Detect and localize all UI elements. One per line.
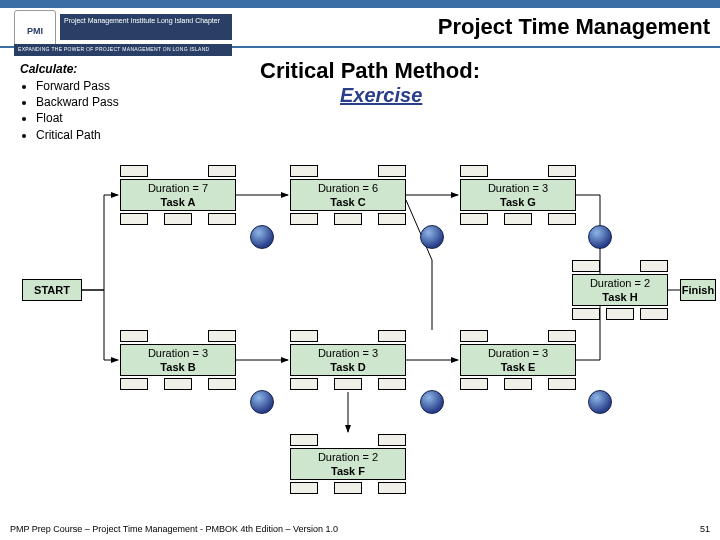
footer: PMP Prep Course – Project Time Managemen…	[10, 524, 710, 534]
slot-float	[334, 213, 362, 225]
duration-value: 3	[202, 347, 208, 359]
task-label: Task H	[602, 291, 637, 303]
duration-value: 3	[542, 182, 548, 194]
slot-lf	[208, 378, 236, 390]
slot-es	[572, 260, 600, 272]
connector-icon	[588, 225, 612, 249]
task-label: Task D	[330, 361, 365, 373]
slot-ls	[460, 378, 488, 390]
slot-ef	[208, 330, 236, 342]
slot-lf	[640, 308, 668, 320]
task-c: Duration = 6 Task C	[290, 165, 406, 225]
slot-ef	[378, 330, 406, 342]
slot-lf	[378, 378, 406, 390]
slot-ls	[120, 378, 148, 390]
slot-ls	[290, 482, 318, 494]
duration-prefix: Duration =	[488, 182, 542, 194]
slot-es	[120, 330, 148, 342]
task-g: Duration = 3 Task G	[460, 165, 576, 225]
network-diagram: START Duration = 7 Task A Duration = 6 T…	[0, 0, 720, 540]
finish-node: Finish	[680, 279, 716, 301]
duration-prefix: Duration =	[148, 182, 202, 194]
slot-ls	[120, 213, 148, 225]
duration-value: 7	[202, 182, 208, 194]
slot-lf	[378, 213, 406, 225]
duration-value: 3	[542, 347, 548, 359]
slot-ls	[572, 308, 600, 320]
slot-ef	[208, 165, 236, 177]
connector-icon	[250, 225, 274, 249]
connector-icon	[420, 225, 444, 249]
task-label: Task A	[161, 196, 196, 208]
connector-icon	[250, 390, 274, 414]
slot-lf	[548, 213, 576, 225]
slot-lf	[548, 378, 576, 390]
page-number: 51	[700, 524, 710, 534]
task-label: Task E	[501, 361, 536, 373]
task-e: Duration = 3 Task E	[460, 330, 576, 390]
duration-prefix: Duration =	[318, 347, 372, 359]
slot-float	[334, 482, 362, 494]
slot-float	[606, 308, 634, 320]
task-d: Duration = 3 Task D	[290, 330, 406, 390]
task-label: Task F	[331, 465, 365, 477]
duration-value: 3	[372, 347, 378, 359]
slot-ls	[290, 213, 318, 225]
slot-es	[290, 165, 318, 177]
slot-lf	[208, 213, 236, 225]
duration-value: 2	[372, 451, 378, 463]
task-label: Task G	[500, 196, 536, 208]
task-f: Duration = 2 Task F	[290, 434, 406, 494]
slot-ls	[290, 378, 318, 390]
task-h: Duration = 2 Task H	[572, 260, 668, 320]
slot-ef	[548, 165, 576, 177]
slot-es	[290, 330, 318, 342]
slot-float	[164, 213, 192, 225]
slot-es	[460, 330, 488, 342]
slot-es	[460, 165, 488, 177]
slot-ef	[548, 330, 576, 342]
footer-text: PMP Prep Course – Project Time Managemen…	[10, 524, 338, 534]
duration-value: 2	[644, 277, 650, 289]
slot-ls	[460, 213, 488, 225]
duration-prefix: Duration =	[488, 347, 542, 359]
slot-float	[504, 213, 532, 225]
connector-icon	[420, 390, 444, 414]
duration-prefix: Duration =	[318, 182, 372, 194]
task-b: Duration = 3 Task B	[120, 330, 236, 390]
slot-float	[504, 378, 532, 390]
slot-es	[290, 434, 318, 446]
task-a: Duration = 7 Task A	[120, 165, 236, 225]
slot-ef	[378, 165, 406, 177]
slot-ef	[640, 260, 668, 272]
task-label: Task C	[330, 196, 365, 208]
slot-float	[334, 378, 362, 390]
duration-value: 6	[372, 182, 378, 194]
slot-es	[120, 165, 148, 177]
duration-prefix: Duration =	[590, 277, 644, 289]
duration-prefix: Duration =	[148, 347, 202, 359]
slot-ef	[378, 434, 406, 446]
slot-float	[164, 378, 192, 390]
task-label: Task B	[160, 361, 195, 373]
slot-lf	[378, 482, 406, 494]
start-node: START	[22, 279, 82, 301]
connector-icon	[588, 390, 612, 414]
duration-prefix: Duration =	[318, 451, 372, 463]
